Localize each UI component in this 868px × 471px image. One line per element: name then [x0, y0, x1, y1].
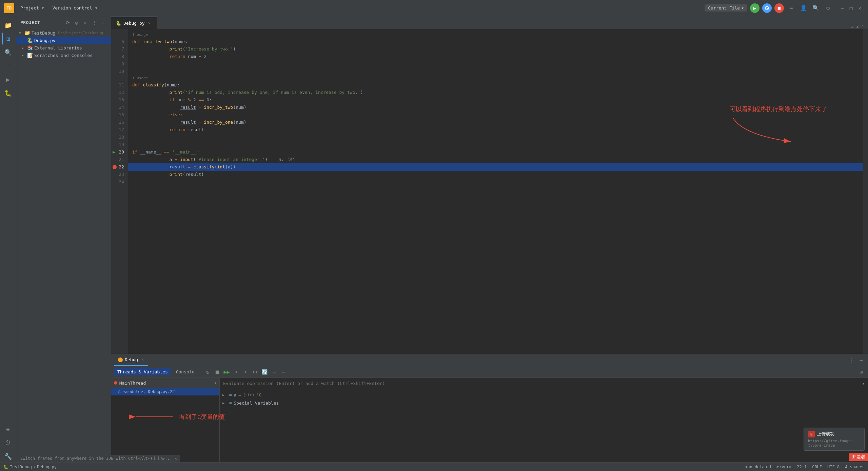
title-bar: TD Project ▾ Version control ▾ Current F… [0, 0, 868, 16]
tree-item-external-libraries[interactable]: ▶ 📚 External Libraries [16, 44, 111, 52]
code-line-24 [128, 178, 863, 186]
debug-tab-close[interactable]: ✕ [141, 357, 144, 362]
bottom-tab-bar: Debug ✕ ⋮ – [111, 354, 868, 366]
activity-clock[interactable]: ⏱ [2, 436, 14, 449]
line-11: 11 [111, 81, 128, 89]
settings-icon[interactable]: ⚙ [823, 3, 833, 13]
activity-layers[interactable]: ⊕ [2, 423, 14, 435]
step-out-btn[interactable]: ⬆⬆ [251, 368, 259, 376]
encoding: UTF-8 [827, 465, 840, 469]
code-line-19 [128, 141, 863, 148]
eval-input[interactable] [223, 381, 860, 386]
line-10: 10 [111, 68, 128, 75]
menu-project[interactable]: Project ▾ [17, 4, 47, 12]
bottom-panel: Debug ✕ ⋮ – Threads & Variables Console … [111, 354, 868, 462]
usage-label-2: 1 usage [128, 75, 863, 81]
line-status[interactable]: 22:1 [797, 465, 807, 469]
line-19: 19 [111, 141, 128, 148]
tab-close-button[interactable]: ✕ [147, 20, 152, 26]
tree-item-scratches[interactable]: ▶ 📝 Scratches and Consoles [16, 52, 111, 59]
line-ending-status[interactable]: CRLF [812, 465, 822, 469]
tree-root[interactable]: ▼ 📁 TestDebug D:\Project\TestDebug [16, 29, 111, 37]
var-item-special[interactable]: ▶ ⊞ Special Variables [220, 399, 868, 407]
activity-search[interactable]: 🔍 [2, 46, 14, 58]
panel-more-btn[interactable]: ⋮ [847, 356, 855, 364]
thread-dropdown[interactable]: ▾ [214, 381, 217, 385]
stop-button[interactable]: ■ [774, 3, 784, 13]
user-icon[interactable]: 👤 [799, 3, 808, 13]
debug-button[interactable] [762, 3, 772, 13]
code-line-9 [128, 60, 863, 68]
var-tree: ▶ ⊞ a = (str) '8' [220, 389, 868, 462]
usage-label-1: 1 usage [128, 32, 863, 38]
console-tab[interactable]: Console [173, 368, 198, 375]
line-9: 9 [111, 60, 128, 68]
debug-tab-icon [118, 357, 123, 362]
minimize-button[interactable]: ─ [838, 4, 846, 12]
expand-icon[interactable]: ⌃ [862, 24, 864, 29]
upload-header: G 上传成功 [808, 431, 860, 437]
encoding-status[interactable]: UTF-8 [827, 465, 840, 469]
menu-version-control[interactable]: Version control ▾ [49, 4, 101, 12]
sidebar-more-icon[interactable]: ⋮ [91, 19, 98, 26]
sidebar-collapse-icon[interactable]: – [99, 19, 107, 26]
activity-run[interactable]: ▶ [2, 73, 14, 85]
line-24: 24 [111, 178, 128, 186]
close-button[interactable]: ✕ [856, 4, 864, 12]
code-content[interactable]: 1 usage def incr_by_two(num): print('Inc… [128, 29, 863, 354]
warning-count: 2 [856, 24, 859, 29]
sidebar-title: Project [20, 20, 40, 25]
rerun-btn[interactable]: 🔄 [261, 368, 269, 376]
step-into-btn[interactable]: ⬆ [242, 368, 250, 376]
search-icon[interactable]: 🔍 [811, 3, 821, 13]
activity-debug[interactable]: 🐛 [2, 87, 14, 99]
line-15: 15 [111, 111, 128, 119]
var-name-special: Special Variables [234, 401, 279, 406]
activity-vcs[interactable]: ⑂ [2, 60, 14, 72]
var-arrow-special: ▶ [222, 401, 227, 405]
eval-bar: ▾ [220, 378, 868, 389]
line-ending: CRLF [812, 465, 822, 469]
run-button[interactable]: ▶ [750, 3, 760, 13]
threads-variables-tab[interactable]: Threads & Variables [114, 368, 171, 375]
code-line-12: print('if num is odd, increase by one; i… [128, 89, 863, 96]
var-value-a: '8' [256, 392, 264, 397]
line-14: 14 [111, 104, 128, 111]
frame-icon: ⬡ [118, 390, 121, 394]
activity-structure[interactable]: ⊞ [2, 33, 14, 45]
current-file-selector[interactable]: Current File ▾ [705, 4, 747, 12]
debug-tab[interactable]: Debug ✕ [114, 354, 148, 366]
edit-btn[interactable]: ✏ [270, 368, 278, 376]
more-options-button[interactable]: ⋯ [787, 3, 796, 13]
more-btn[interactable]: ⋯ [280, 368, 288, 376]
server-status[interactable]: <no default server> [745, 465, 791, 469]
tab-debug-py[interactable]: 🐍 Debug.py ✕ [111, 17, 157, 29]
restart-btn[interactable]: ↻ [204, 368, 212, 376]
indent-status[interactable]: 4 spaces [845, 465, 865, 469]
line-8: 8 [111, 53, 128, 60]
code-line-6: def incr_by_two(num): [128, 38, 863, 45]
panel-collapse-btn[interactable]: – [857, 356, 865, 364]
activity-folder[interactable]: 📁 [2, 19, 14, 31]
thread-status-dot [114, 381, 117, 385]
line-23: 23 [111, 171, 128, 178]
tree-item-debug-py[interactable]: 🐍 Debug.py [16, 37, 111, 44]
var-item-a[interactable]: ▶ ⊞ a = (str) '8' [220, 391, 868, 399]
code-line-11: def classify(num): [128, 81, 863, 89]
debug-status: 🐛 TestDebug › Debug.py [3, 465, 57, 469]
maximize-button[interactable]: □ [847, 4, 855, 12]
sidebar-sync-icon[interactable]: ⟳ [64, 19, 72, 26]
watermark: 开发者 [849, 453, 868, 461]
status-bar: 🐛 TestDebug › Debug.py <no default serve… [0, 462, 868, 471]
resume-btn[interactable]: ▶▶ [223, 368, 231, 376]
step-over-btn[interactable]: ⬇ [232, 368, 240, 376]
project-tree: ▼ 📁 TestDebug D:\Project\TestDebug 🐍 Deb… [16, 29, 111, 59]
sidebar-close-icon[interactable]: ✕ [82, 19, 89, 26]
stop-debug-btn[interactable]: ⏹ [213, 368, 221, 376]
eval-dropdown[interactable]: ▾ [862, 381, 865, 386]
sidebar-header-icons: ⟳ ◎ ✕ ⋮ – [64, 19, 107, 26]
activity-tools[interactable]: 🔧 [2, 450, 14, 462]
expand-panel-btn[interactable]: ⊞ [857, 368, 865, 376]
sidebar-locate-icon[interactable]: ◎ [73, 19, 80, 26]
thread-frame[interactable]: ⬡ <module>, Debug.py:22 [111, 388, 219, 395]
